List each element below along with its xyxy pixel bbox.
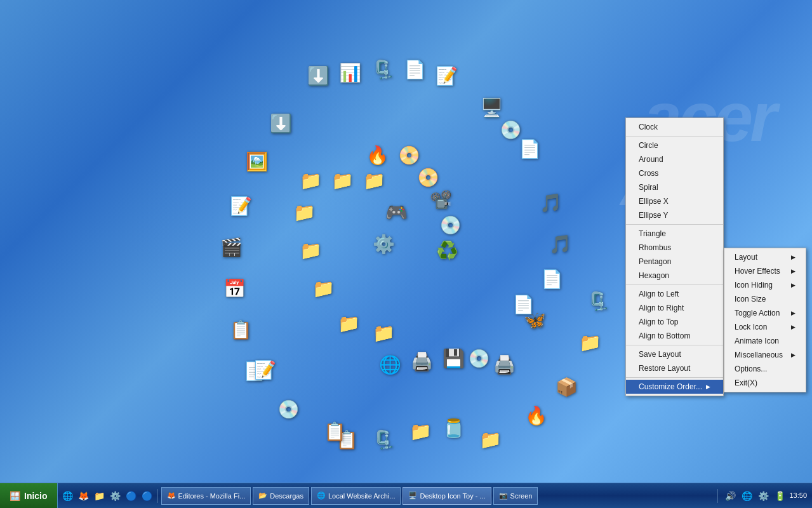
menu-item-clock[interactable]: Clock (626, 120, 723, 134)
menu-item-hexagon[interactable]: Hexagon (626, 269, 723, 283)
dicon-recycle[interactable]: ♻️ (432, 235, 462, 265)
dicon-folder12[interactable]: 📁 (368, 318, 399, 348)
dicon-firefox[interactable]: 🔥 (362, 140, 392, 170)
dicon-browser[interactable]: 🌐 (375, 349, 405, 380)
taskbar-apps: 🦊 Editores - Mozilla Fi... 📂 Descargas 🌐… (158, 487, 718, 505)
taskbar-app-editores[interactable]: 🦊 Editores - Mozilla Fi... (161, 487, 251, 505)
taskbar-app-desktopicon[interactable]: 🖥️ Desktop Icon Toy - ... (403, 487, 491, 505)
menu-item-customize-order[interactable]: Customize Order... ▶ (626, 380, 723, 394)
dicon-doc3[interactable]: 📄 (536, 264, 567, 294)
submenu: Layout ▶ Hover Effects ▶ Icon Hiding ▶ I… (724, 248, 806, 392)
start-button[interactable]: 🪟 Inicio (0, 483, 58, 508)
submenu-item-hover-effects[interactable]: Hover Effects ▶ (724, 264, 806, 278)
dicon-spreadsheet[interactable]: 📊 (335, 57, 365, 88)
taskbar-systray-icon4[interactable]: 🔋 (773, 489, 787, 503)
dicon-folder3[interactable]: 📁 (475, 424, 505, 455)
app-icon-editores: 🦊 (167, 491, 176, 500)
dicon-folder5[interactable]: 📁 (295, 165, 326, 196)
app-label-localwebsite: Local Website Archi... (328, 492, 396, 500)
taskbar-systray-icon2[interactable]: 🌐 (740, 489, 754, 503)
app-label-desktopicon: Desktop Icon Toy - ... (420, 492, 485, 500)
dicon-folder4[interactable]: 📁 (405, 416, 436, 446)
dicon-arrow[interactable]: ⬇️ (265, 108, 296, 138)
dicon-network[interactable]: 🖨️ (406, 346, 437, 377)
taskbar-time: 13:50 (789, 491, 807, 500)
menu-item-ellipse-x[interactable]: Ellipse X (626, 194, 723, 208)
dicon-pdf[interactable]: 📄 (399, 54, 430, 84)
dicon-pdf2[interactable]: 📄 (508, 289, 538, 319)
dicon-jar[interactable]: 🫙 (438, 413, 469, 443)
taskbar-app-localwebsite[interactable]: 🌐 Local Website Archi... (311, 487, 401, 505)
menu-item-spiral[interactable]: Spiral (626, 180, 723, 194)
dicon-download[interactable]: ⬇️ (303, 60, 333, 91)
taskbar-icon-misc1[interactable]: 🔵 (124, 489, 138, 503)
taskbar-icon-settings[interactable]: ⚙️ (109, 489, 123, 503)
dicon-center1[interactable]: 🎮 (381, 197, 411, 227)
desktop: acer As ⬇️ 📊 🗜️ 📄 📝 🖥️ 💿 📄 🎵 🎵 📄 🦋 🗜️ 📁 … (0, 0, 812, 483)
dicon-folder8[interactable]: 📁 (289, 197, 319, 227)
submenu-item-layout[interactable]: Layout ▶ (724, 250, 806, 264)
taskbar-icon-ie[interactable]: 🌐 (61, 489, 75, 503)
taskbar-systray-icon1[interactable]: 🔊 (723, 489, 737, 503)
menu-item-triangle[interactable]: Triangle (626, 227, 723, 241)
taskbar-icon-firefox[interactable]: 🦊 (77, 489, 91, 503)
taskbar-icon-folder[interactable]: 📁 (93, 489, 107, 503)
menu-item-restore-layout[interactable]: Restore Layout (626, 361, 723, 375)
dicon-zip3[interactable]: 🗜️ (368, 424, 399, 455)
dicon-folder10[interactable]: 📁 (308, 273, 338, 304)
submenu-item-icon-hiding[interactable]: Icon Hiding ▶ (724, 278, 806, 292)
dicon-film[interactable]: 🎬 (216, 232, 246, 262)
dicon-center2[interactable]: ⚙️ (368, 229, 399, 259)
menu-item-around[interactable]: Around (626, 152, 723, 166)
dicon-misc[interactable]: 📋 (319, 416, 350, 446)
submenu-item-toggle-action[interactable]: Toggle Action ▶ (724, 306, 806, 320)
menu-item-pentagon[interactable]: Pentagon (626, 255, 723, 269)
dicon-winrar[interactable]: 📦 (551, 371, 582, 402)
taskbar-systray-icon3[interactable]: ⚙️ (756, 489, 770, 503)
dicon-folder-zip[interactable]: 📁 (575, 327, 605, 358)
menu-item-align-bottom[interactable]: Align to Bottom (626, 329, 723, 343)
dicon-printer[interactable]: 🖨️ (489, 349, 519, 380)
submenu-item-options[interactable]: Options... (724, 362, 806, 376)
dicon-folder6[interactable]: 📁 (327, 165, 357, 196)
taskbar-right: 🔊 🌐 ⚙️ 🔋 13:50 (717, 489, 812, 503)
dicon-doc2[interactable]: 📄 (514, 133, 545, 164)
dicon-folder11[interactable]: 📁 (333, 308, 364, 338)
taskbar-icon-misc2[interactable]: 🔵 (140, 489, 154, 503)
submenu-item-icon-size[interactable]: Icon Size (724, 292, 806, 306)
app-icon-desktopicon: 🖥️ (408, 491, 417, 500)
dicon-music2[interactable]: 🎵 (545, 229, 575, 259)
dicon-zip[interactable]: 🗜️ (368, 54, 398, 84)
app-label-editores: Editores - Mozilla Fi... (178, 492, 246, 500)
menu-item-align-right[interactable]: Align to Right (626, 301, 723, 315)
submenu-item-animate-icon[interactable]: Animate Icon (724, 334, 806, 348)
dicon-doc5[interactable]: 📋 (225, 314, 256, 345)
context-menu: Clock Circle Around Cross Spiral Ellipse… (625, 117, 724, 396)
taskbar-app-screen[interactable]: 📷 Screen (493, 487, 538, 505)
dicon-photo[interactable]: 🖼️ (241, 146, 272, 177)
menu-item-circle[interactable]: Circle (626, 138, 723, 152)
dicon-doc[interactable]: 📝 (431, 60, 462, 91)
dicon-calendar[interactable]: 📅 (219, 273, 250, 304)
taskbar-app-descargas[interactable]: 📂 Descargas (253, 487, 309, 505)
submenu-item-miscellaneous[interactable]: Miscellaneous ▶ (724, 348, 806, 362)
submenu-item-lock-icon[interactable]: Lock Icon ▶ (724, 320, 806, 334)
submenu-item-exit[interactable]: Exit(X) (724, 376, 806, 390)
taskbar: 🪟 Inicio 🌐 🦊 📁 ⚙️ 🔵 🔵 🦊 Editores - Mozil… (0, 483, 812, 508)
menu-item-rhombus[interactable]: Rhombus (626, 241, 723, 255)
dicon-notepad[interactable]: 📝 (225, 190, 256, 221)
menu-item-ellipse-y[interactable]: Ellipse Y (626, 208, 723, 222)
dicon-word[interactable]: 📝 (250, 354, 280, 385)
menu-item-cross[interactable]: Cross (626, 166, 723, 180)
dicon-music[interactable]: 🎵 (535, 187, 566, 218)
taskbar-clock[interactable]: 13:50 (789, 491, 807, 500)
app-icon-screen: 📷 (499, 491, 508, 500)
menu-item-align-top[interactable]: Align to Top (626, 315, 723, 329)
dicon-burn[interactable]: 🔥 (521, 400, 551, 431)
dicon-zip2[interactable]: 🗜️ (583, 286, 613, 316)
menu-item-save-layout[interactable]: Save Layout (626, 347, 723, 361)
menu-item-align-left[interactable]: Align to Left (626, 287, 723, 301)
menu-separator-2 (626, 224, 723, 225)
dicon-cdrom[interactable]: 💿 (273, 394, 303, 424)
dicon-folder9[interactable]: 📁 (295, 235, 326, 265)
